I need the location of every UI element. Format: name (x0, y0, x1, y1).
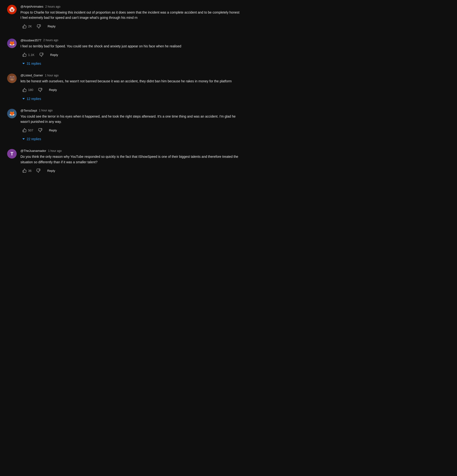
like-count-listed: 180 (28, 88, 33, 92)
chevron-down-icon-listed (22, 98, 25, 100)
like-button-terra[interactable]: 507 (20, 127, 35, 134)
chevron-down-icon-terra (22, 138, 25, 140)
username-terra: @TerraSept (20, 109, 37, 112)
reply-button-lousbee[interactable]: Reply (47, 52, 61, 58)
dislike-button-listed[interactable] (36, 86, 44, 94)
dislike-button-juanamador[interactable] (34, 167, 42, 174)
username-lousbee: @lousbee3577 (20, 39, 42, 42)
like-count-anjel: 2K (28, 25, 32, 28)
comment-text-listed: lets be honest with ourselves, he wasn't… (20, 78, 239, 84)
avatar-anjel: 🤡 (7, 5, 17, 14)
timestamp-juanamador: 1 hour ago (48, 149, 62, 153)
like-count-lousbee: 1.1K (28, 53, 34, 57)
comment-actions-terra: 507 Reply (20, 127, 259, 134)
avatar-lousbee: 🦊 (7, 39, 17, 48)
comment-actions-anjel: 2K Reply (20, 23, 259, 30)
dislike-button-lousbee[interactable] (37, 51, 45, 58)
reply-button-listed[interactable]: Reply (46, 87, 60, 93)
comment-listed: 🐻 @Listed_Gamer 1 hour ago lets be hones… (7, 74, 259, 102)
comment-actions-juanamador: 36 Reply (20, 167, 259, 174)
chevron-down-icon-lousbee (22, 63, 25, 64)
dislike-icon-juanamador (36, 169, 41, 173)
timestamp-anjel: 2 hours ago (45, 5, 60, 8)
replies-count-listed: 12 replies (27, 97, 41, 101)
reply-button-juanamador[interactable]: Reply (44, 168, 58, 174)
comments-list: 🤡 @AnjelAnimates 2 hours ago Props to Ch… (7, 5, 259, 176)
replies-toggle-terra[interactable]: 22 replies (20, 136, 43, 142)
dislike-icon-listed (38, 88, 42, 92)
replies-count-lousbee: 31 replies (27, 62, 41, 66)
replies-toggle-listed[interactable]: 12 replies (20, 95, 43, 102)
like-button-listed[interactable]: 180 (20, 86, 35, 94)
timestamp-listed: 1 hour ago (45, 74, 59, 77)
reply-button-terra[interactable]: Reply (46, 127, 60, 134)
comment-anjel: 🤡 @AnjelAnimates 2 hours ago Props to Ch… (7, 5, 259, 32)
comment-text-juanamador: Do you think the only reason why YouTube… (20, 154, 239, 165)
username-juanamador: @TheJuanamador (20, 149, 46, 153)
comment-body-listed: @Listed_Gamer 1 hour ago lets be honest … (20, 74, 259, 102)
like-icon-juanamador (22, 169, 27, 173)
comment-header-anjel: @AnjelAnimates 2 hours ago (20, 5, 259, 8)
comment-terra: 🦊 @TerraSept 1 hour ago You could see th… (7, 109, 259, 143)
like-button-lousbee[interactable]: 1.1K (20, 51, 36, 58)
like-icon-anjel (22, 24, 27, 29)
comment-body-terra: @TerraSept 1 hour ago You could see the … (20, 109, 259, 143)
comment-header-listed: @Listed_Gamer 1 hour ago (20, 74, 259, 77)
comment-header-terra: @TerraSept 1 hour ago (20, 109, 259, 112)
like-button-anjel[interactable]: 2K (20, 23, 34, 30)
username-anjel: @AnjelAnimates (20, 5, 43, 8)
avatar-listed: 🐻 (7, 74, 17, 83)
like-icon-terra (22, 128, 27, 132)
replies-count-terra: 22 replies (27, 137, 41, 141)
like-count-juanamador: 36 (28, 169, 31, 172)
comment-actions-listed: 180 Reply (20, 86, 259, 94)
comment-body-anjel: @AnjelAnimates 2 hours ago Props to Char… (20, 5, 259, 32)
like-count-terra: 507 (28, 128, 33, 132)
comment-body-lousbee: @lousbee3577 2 hours ago I feel so terri… (20, 39, 259, 67)
dislike-icon-lousbee (39, 53, 43, 57)
comment-actions-lousbee: 1.1K Reply (20, 51, 259, 58)
timestamp-terra: 1 hour ago (39, 109, 53, 112)
like-button-juanamador[interactable]: 36 (20, 167, 33, 174)
dislike-button-terra[interactable] (36, 127, 44, 134)
username-listed: @Listed_Gamer (20, 74, 43, 77)
timestamp-lousbee: 2 hours ago (43, 39, 58, 42)
like-icon-listed (22, 88, 27, 92)
comment-lousbee: 🦊 @lousbee3577 2 hours ago I feel so ter… (7, 39, 259, 67)
comment-text-terra: You could see the terror in his eyes whe… (20, 114, 239, 125)
like-icon-lousbee (22, 53, 27, 57)
comment-header-lousbee: @lousbee3577 2 hours ago (20, 39, 259, 42)
comment-header-juanamador: @TheJuanamador 1 hour ago (20, 149, 259, 153)
dislike-icon-anjel (37, 24, 41, 29)
comment-text-anjel: Props to Charlie for not blowing this in… (20, 10, 239, 20)
avatar-juanamador: T (7, 149, 17, 159)
dislike-button-anjel[interactable] (35, 23, 43, 30)
replies-toggle-lousbee[interactable]: 31 replies (20, 60, 43, 67)
dislike-icon-terra (38, 128, 42, 132)
reply-button-anjel[interactable]: Reply (45, 23, 58, 30)
comment-text-lousbee: I feel so terribly bad for Speed. You co… (20, 43, 239, 49)
comment-juanamador: T @TheJuanamador 1 hour ago Do you think… (7, 149, 259, 176)
avatar-terra: 🦊 (7, 109, 17, 118)
comment-body-juanamador: @TheJuanamador 1 hour ago Do you think t… (20, 149, 259, 176)
